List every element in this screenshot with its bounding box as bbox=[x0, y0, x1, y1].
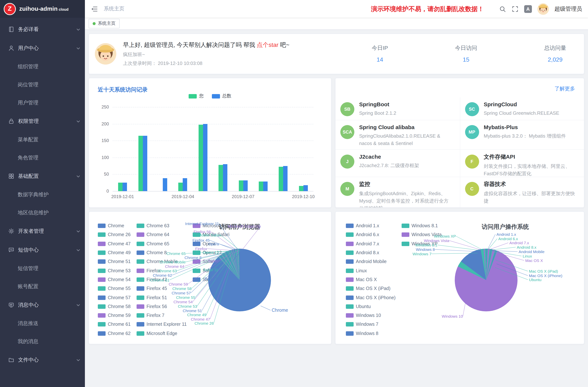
sidebar-item-2[interactable]: 权限管理 bbox=[0, 112, 85, 131]
legend-item[interactable]: Android Mobile bbox=[346, 257, 396, 266]
feature-desc: Mybatis-plus 3.2.0： Mybatis 增强组件 bbox=[484, 132, 566, 140]
legend-item[interactable]: Chrome 63 bbox=[137, 221, 187, 230]
sidebar-item-7[interactable]: 文件中心 bbox=[0, 350, 85, 369]
last-login: 上次登录时间： 2019-12-10 10:03:08 bbox=[123, 60, 289, 67]
legend-item[interactable]: Firefox 42 bbox=[137, 275, 187, 284]
legend-swatch bbox=[346, 277, 354, 282]
sidebar-subitem-1-0[interactable]: 组织管理 bbox=[0, 58, 85, 76]
sidebar-item-6[interactable]: 消息中心 bbox=[0, 296, 85, 314]
sidebar-subitem-1-1[interactable]: 岗位管理 bbox=[0, 76, 85, 94]
legend-item[interactable]: Chrome 53 bbox=[98, 266, 131, 275]
legend-item[interactable]: Firefox 56 bbox=[137, 302, 187, 311]
pie-label-line bbox=[489, 243, 508, 250]
star-link[interactable]: 点个star bbox=[257, 41, 278, 48]
folder-icon bbox=[8, 357, 15, 363]
legend-item[interactable]: Chrome 47 bbox=[98, 239, 131, 248]
legend-swatch bbox=[98, 322, 105, 327]
legend-item[interactable]: Windows 8 bbox=[346, 329, 396, 338]
legend-item[interactable]: Mac OS X (iPad) bbox=[346, 284, 396, 293]
legend-item[interactable]: Opera bbox=[192, 239, 241, 248]
search-icon[interactable] bbox=[499, 5, 506, 12]
legend-item[interactable]: Internet Explorer 11 bbox=[137, 320, 187, 329]
legend-item[interactable]: Chrome 62 bbox=[98, 329, 131, 338]
legend-item[interactable]: Android 6.x bbox=[346, 230, 396, 239]
sidebar-subitem-3-0[interactable]: 数据字典维护 bbox=[0, 185, 85, 204]
legend-item[interactable]: Firefox bbox=[137, 266, 187, 275]
sidebar-item-label: 消息中心 bbox=[18, 302, 76, 308]
legend-item[interactable]: Mac OS X bbox=[346, 275, 396, 284]
legend-item[interactable]: Android 7.x bbox=[346, 239, 396, 248]
legend-item[interactable]: Chrome 61 bbox=[98, 320, 131, 329]
y-axis-label: 100 bbox=[92, 155, 109, 160]
feature-badge: MP bbox=[465, 125, 479, 139]
legend-item[interactable]: Microsoft Edge bbox=[137, 329, 187, 338]
legend-item[interactable]: Linux bbox=[346, 266, 396, 275]
sidebar-subitem-label: 用户管理 bbox=[18, 100, 81, 106]
legend-swatch bbox=[137, 322, 144, 327]
legend-item[interactable]: Chrome Mobile bbox=[137, 257, 187, 266]
legend-item[interactable]: Chrome 51 bbox=[98, 257, 131, 266]
legend-item[interactable]: Windows 7 bbox=[346, 320, 396, 329]
legend-swatch bbox=[401, 224, 409, 228]
current-user-name[interactable]: 超级管理员 bbox=[554, 5, 582, 12]
menu-collapse-icon[interactable] bbox=[91, 5, 98, 12]
legend-item[interactable]: Mac OS X (iPhone) bbox=[346, 293, 396, 302]
legend-label: Opera 12 bbox=[202, 250, 222, 255]
legend-swatch bbox=[137, 295, 144, 300]
feature-badge: SCA bbox=[340, 125, 354, 139]
legend-item[interactable]: Mobile Safari bbox=[192, 230, 241, 239]
legend-item[interactable]: Ubuntu bbox=[346, 302, 396, 311]
sidebar-subitem-2-0[interactable]: 菜单配置 bbox=[0, 131, 85, 149]
sidebar-item-3[interactable]: 基础配置 bbox=[0, 167, 85, 185]
pie-label: Android 8.x bbox=[517, 245, 536, 249]
browser-pie[interactable] bbox=[208, 249, 271, 311]
legend-item[interactable]: Chrome 59 bbox=[98, 311, 131, 320]
legend-item[interactable]: Chrome 64 bbox=[137, 230, 187, 239]
learn-more-link[interactable]: 了解更多 bbox=[554, 86, 575, 92]
legend-item[interactable]: Firefox 51 bbox=[137, 293, 187, 302]
sidebar-item-5[interactable]: 短信中心 bbox=[0, 241, 85, 259]
sidebar-subitem-6-0[interactable]: 消息推送 bbox=[0, 314, 85, 332]
legend-item[interactable]: Firefox 7 bbox=[137, 311, 187, 320]
message-icon bbox=[8, 302, 15, 308]
feature-desc: Spring Boot 2.1.2 bbox=[359, 110, 396, 117]
os-pie[interactable] bbox=[455, 249, 518, 311]
feature-desc: Spring Cloud Greenwich.RELEASE bbox=[484, 110, 559, 117]
sidebar-item-0[interactable]: 务必详看 bbox=[0, 20, 85, 39]
sidebar-subitem-label: 我的消息 bbox=[18, 338, 81, 345]
fullscreen-icon[interactable] bbox=[512, 5, 519, 12]
sidebar-subitem-1-2[interactable]: 用户管理 bbox=[0, 94, 85, 112]
legend-item[interactable]: Chrome bbox=[98, 221, 131, 230]
sidebar-item-1[interactable]: 用户中心 bbox=[0, 39, 85, 58]
legend-item[interactable]: Chrome 26 bbox=[98, 230, 131, 239]
dashboard-row-1: 近十天系统访问记录 您总数 0501001502002502019-12-012… bbox=[89, 78, 584, 208]
legend-item[interactable]: Windows 10 bbox=[346, 311, 396, 320]
legend-swatch bbox=[346, 224, 354, 228]
gridline bbox=[113, 191, 313, 191]
main-column: 系统主页 演示环境维护不易，请勿乱删乱改数据！ A bbox=[85, 0, 588, 387]
legend-item[interactable]: Windows Vista bbox=[401, 230, 442, 239]
legend-item[interactable]: Windows XP bbox=[401, 239, 442, 248]
sidebar-subitem-6-1[interactable]: 我的消息 bbox=[0, 332, 85, 350]
sidebar-item-4[interactable]: 开发者管理 bbox=[0, 222, 85, 241]
avatar[interactable] bbox=[537, 3, 549, 15]
legend-item[interactable]: Windows 8.1 bbox=[401, 221, 442, 230]
legend-item[interactable]: Chrome 49 bbox=[98, 248, 131, 257]
sidebar-subitem-5-0[interactable]: 短信管理 bbox=[0, 259, 85, 277]
legend-item[interactable]: Chrome 54 bbox=[98, 275, 131, 284]
legend-item[interactable]: Chrome 55 bbox=[98, 284, 131, 293]
legend-item[interactable]: Firefox 45 bbox=[137, 284, 187, 293]
sidebar-subitem-3-1[interactable]: 地区信息维护 bbox=[0, 204, 85, 222]
legend-item[interactable]: Android 1.x bbox=[346, 221, 396, 230]
sidebar-subitem-2-1[interactable]: 角色管理 bbox=[0, 149, 85, 167]
legend-item[interactable]: Chrome 58 bbox=[98, 302, 131, 311]
font-size-icon[interactable]: A bbox=[524, 5, 532, 13]
legend-item[interactable]: Chrome 57 bbox=[98, 293, 131, 302]
tab-home[interactable]: 系统主页 bbox=[89, 19, 120, 28]
sidebar-subitem-5-1[interactable]: 账号配置 bbox=[0, 277, 85, 296]
legend-swatch bbox=[98, 233, 105, 237]
greeting-nickname: 疯狂加班~ bbox=[123, 51, 289, 58]
legend-item[interactable]: Android 8.x bbox=[346, 248, 396, 257]
legend-item[interactable]: Chrome 8 bbox=[137, 248, 187, 257]
legend-item[interactable]: Chrome 65 bbox=[137, 239, 187, 248]
